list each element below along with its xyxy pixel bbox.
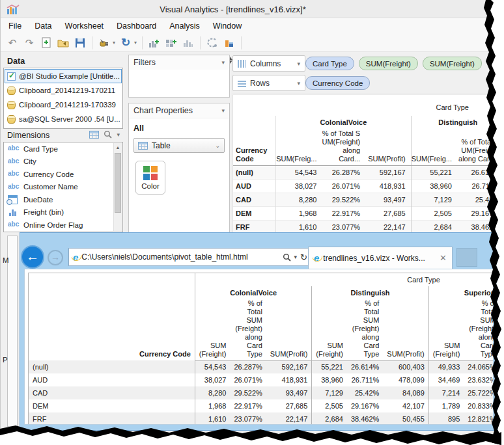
redo-icon[interactable]: ↷ xyxy=(23,36,36,49)
color-button-label: Color xyxy=(141,182,159,190)
pivot-cell: 23.632% xyxy=(464,373,494,386)
pages-partial-label: P xyxy=(3,356,8,364)
address-search-icon[interactable] xyxy=(283,253,291,262)
preview-cell: 22,147 xyxy=(365,220,411,234)
data-source-item[interactable]: sa@SQL Server 2000 .54 [U... xyxy=(5,112,122,126)
pivot-table-row: DEM 1,968 22.917% 27,685 2,505 29.167% 4… xyxy=(29,399,494,412)
pivot-table-row: AUD 38,027 26.071% 418,931 38,960 26.711… xyxy=(29,373,494,386)
dimension-item[interactable]: DueDate xyxy=(4,193,122,206)
pivot-cell: 25.42% xyxy=(347,386,383,399)
pivot-cell: 26.071% xyxy=(230,373,266,386)
new-workbook-icon[interactable] xyxy=(40,36,53,49)
menu-item[interactable]: File xyxy=(8,21,21,31)
new-dashboard-icon[interactable] xyxy=(165,36,178,49)
preview-cell: 38,960 xyxy=(411,179,457,193)
menu-item[interactable]: Analysis xyxy=(169,21,200,31)
view-as-table-icon[interactable] xyxy=(89,131,99,139)
back-button[interactable]: ← xyxy=(21,245,44,269)
tab-close-icon[interactable]: ✕ xyxy=(440,253,447,263)
shelf-pill[interactable]: SUM(Freight) xyxy=(359,57,418,70)
dimensions-scrollbar[interactable]: ▲ xyxy=(113,143,122,231)
lasso-select-icon[interactable] xyxy=(206,36,219,49)
open-folder-icon[interactable] xyxy=(57,36,70,49)
new-tab-button[interactable] xyxy=(456,248,477,267)
chart-properties-header[interactable]: Chart Properties ▾ xyxy=(129,103,229,118)
filters-caret-icon[interactable]: ▾ xyxy=(221,59,225,66)
pivot-cell: 38,027 xyxy=(195,373,230,386)
preview-row-label: FRF xyxy=(233,220,276,234)
preview-table-row: AUD 38,027 26.071% 418,931 38,960 26.711… xyxy=(233,179,504,193)
columns-caret-icon[interactable]: ▾ xyxy=(297,61,300,67)
data-panel-header: Data xyxy=(3,55,123,68)
pivot-cell: 34,469 xyxy=(428,373,464,386)
data-source-list: @BI Studio Example [Untitle... Clipboard… xyxy=(3,68,123,129)
chart-type-select[interactable]: Table ⌄ xyxy=(133,138,225,153)
new-worksheet-icon[interactable] xyxy=(148,36,161,49)
preview-cell: 26.287% xyxy=(322,165,365,179)
menu-item[interactable]: Worksheet xyxy=(65,21,104,31)
data-source-item[interactable]: Clipboard_20141219-170211 xyxy=(5,83,122,98)
shelf-pill[interactable]: Card Type xyxy=(305,57,354,70)
menu-item[interactable]: Window xyxy=(213,21,242,31)
page-refresh-icon[interactable]: ↻ xyxy=(300,252,307,262)
columns-shelf[interactable]: Columns ▾ xyxy=(232,55,305,72)
columns-pills: Card TypeSUM(Freight)SUM(Freight) xyxy=(305,57,482,70)
refresh-icon[interactable]: ↻ xyxy=(119,36,132,49)
address-bar[interactable]: e C:\Users\niels\Documents\pivot_table_h… xyxy=(68,248,312,266)
dimension-item[interactable]: Freight (bin) xyxy=(4,206,122,219)
pivot-cell: 55,221 xyxy=(312,360,347,373)
dimensions-menu-caret-icon[interactable]: ▾ xyxy=(117,131,120,138)
address-url[interactable]: C:\Users\niels\Documents\pivot_table_htm… xyxy=(81,252,279,262)
preview-col-header: % of Total S UM(Freight) along Card... xyxy=(322,129,365,165)
browser-tab[interactable]: e trendlines_v16.vizx - Works... ✕ xyxy=(308,247,453,269)
field-type-icon xyxy=(8,183,20,191)
pivot-cell: 26.711% xyxy=(347,373,383,386)
swap-axes-icon[interactable] xyxy=(223,36,236,49)
pivot-row-label: DEM xyxy=(29,399,195,412)
data-source-icon xyxy=(7,101,16,109)
pivot-table: Currency Code Card Type ColonialVoice Di… xyxy=(28,273,494,425)
measures-partial-label: M xyxy=(3,256,9,264)
preview-table-row: CAD 8,280 29.522% 93,497 7,129 25.42% xyxy=(233,193,504,206)
filters-card-header[interactable]: Filters ▾ xyxy=(129,55,229,70)
dimensions-title: Dimensions xyxy=(7,131,49,140)
pivot-cell: 38.462% xyxy=(347,412,383,425)
preview-col-header: SUM(Freig... xyxy=(276,129,322,165)
dimension-item[interactable]: Currency Code xyxy=(4,168,122,181)
chart-properties-caret-icon[interactable]: ▾ xyxy=(221,107,225,114)
dimension-label: Currency Code xyxy=(23,170,74,178)
dimension-item[interactable]: City xyxy=(4,155,122,169)
menu-item[interactable]: Data xyxy=(35,21,51,31)
pivot-corner-header: Currency Code xyxy=(29,273,195,361)
dimension-item[interactable]: Online Order Flag xyxy=(4,219,122,232)
preview-cell: 93,497 xyxy=(365,193,411,206)
dimension-item[interactable]: Customer Name xyxy=(4,181,122,194)
forward-button[interactable]: → xyxy=(48,250,63,265)
duplicate-sheet-icon[interactable] xyxy=(182,36,195,49)
preview-cell: 38,027 xyxy=(276,179,322,193)
connect-caret-icon[interactable]: ▾ xyxy=(113,40,115,46)
dimension-label: Customer Name xyxy=(23,183,78,191)
dimension-item[interactable]: Card Type xyxy=(4,142,122,155)
save-icon[interactable] xyxy=(74,36,87,49)
pivot-row-label: CAD xyxy=(29,386,195,399)
address-caret-icon[interactable]: ▾ xyxy=(294,254,298,260)
color-button[interactable]: Color xyxy=(135,161,165,195)
shelf-pill[interactable]: SUM(Freight) xyxy=(423,57,482,70)
connect-data-icon[interactable] xyxy=(98,36,111,49)
rows-caret-icon[interactable]: ▾ xyxy=(297,80,300,87)
data-source-item[interactable]: Clipboard_20141219-170339 xyxy=(5,98,122,112)
shelf-pill[interactable]: Currency Code xyxy=(305,76,370,90)
menu-item[interactable]: Dashboard xyxy=(117,21,156,31)
pivot-row-label: AUD xyxy=(29,373,195,386)
search-icon[interactable] xyxy=(104,130,112,139)
preview-cell: 38.462% xyxy=(457,220,504,234)
undo-icon[interactable]: ↶ xyxy=(6,36,19,49)
rows-shelf[interactable]: Rows ▾ xyxy=(232,75,305,91)
scrollbar-thumb[interactable] xyxy=(115,153,121,213)
refresh-caret-icon[interactable]: ▾ xyxy=(134,40,137,46)
data-source-item[interactable]: @BI Studio Example [Untitle... xyxy=(5,69,122,83)
dimension-label: Online Order Flag xyxy=(23,221,83,229)
pivot-cell: 2,684 xyxy=(312,412,347,425)
scroll-up-icon[interactable]: ▲ xyxy=(114,143,122,152)
